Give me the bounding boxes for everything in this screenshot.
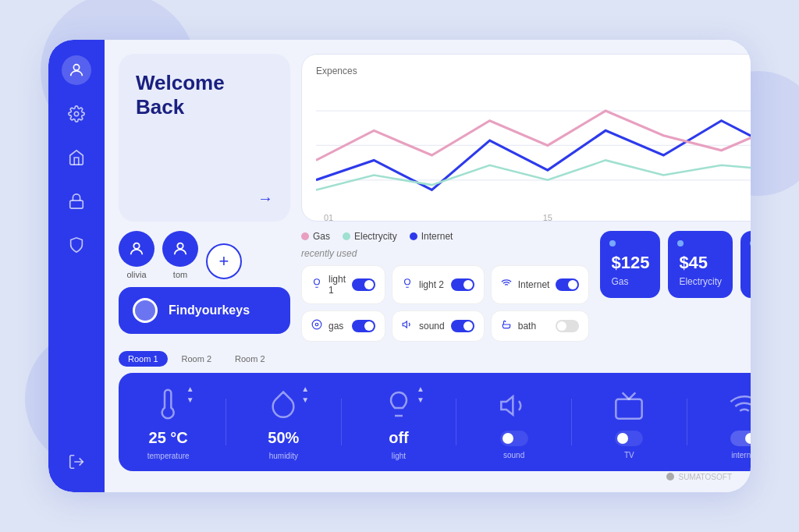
welcome-title: Welcome Back: [136, 71, 273, 119]
main-screen: Welcome Back → Expences: [48, 40, 751, 492]
svg-marker-12: [501, 396, 513, 414]
sidebar-icon-home[interactable]: [62, 143, 91, 172]
divider-5: [687, 399, 687, 445]
temperature-arrows[interactable]: ▲ ▼: [186, 384, 195, 404]
internet-icon-area: [724, 385, 751, 426]
toggle-light2[interactable]: [451, 278, 474, 291]
humidity-arrows[interactable]: ▲ ▼: [300, 384, 310, 404]
legend-row: Gas Electrycity Internet: [301, 231, 589, 242]
tv-icon-area: [609, 385, 649, 426]
toggle-tv-room[interactable]: [615, 431, 643, 446]
toggle-sound-room[interactable]: [500, 431, 528, 446]
svg-point-14: [666, 473, 674, 481]
toggle-internet[interactable]: [556, 278, 579, 291]
main-content: Welcome Back → Expences: [105, 40, 751, 492]
svg-point-10: [315, 323, 318, 326]
legend-internet: Internet: [410, 231, 453, 242]
stat-dot-gas: [609, 240, 616, 246]
add-user-button[interactable]: +: [206, 243, 242, 279]
divider-2: [341, 399, 342, 445]
avatar-tom: [162, 231, 198, 267]
toggle-sound[interactable]: [451, 320, 474, 332]
stat-card-gas: $125 Gas: [600, 231, 660, 298]
users-row: olivia tom +: [119, 231, 290, 279]
stats-row: $125 Gas $45 Electrycity $15: [600, 231, 751, 298]
stat-amount-gas: $125: [611, 253, 649, 273]
findkeys-card[interactable]: Findyourkeys: [119, 287, 290, 334]
toggle-internet-room[interactable]: [730, 431, 751, 446]
svg-rect-13: [616, 399, 642, 418]
device-light2-name: light 2: [419, 279, 445, 290]
humidity-value: 50%: [268, 429, 299, 447]
toggle-gas[interactable]: [352, 320, 375, 332]
top-section: Welcome Back → Expences: [119, 54, 751, 222]
chart-labels: 01 15 30: [316, 213, 751, 222]
temperature-down[interactable]: ▼: [186, 395, 195, 404]
temperature-icon-area: ▲ ▼: [148, 384, 189, 424]
middle-section: olivia tom +: [119, 231, 751, 342]
sidebar-icon-settings[interactable]: [62, 99, 91, 129]
divider-4: [571, 399, 572, 445]
device-light2: light 2: [392, 265, 485, 304]
device-sound-icon: [402, 319, 413, 333]
svg-marker-11: [403, 321, 407, 328]
sidebar-icon-user[interactable]: [62, 55, 91, 85]
stat-card-internet: $15 Internet: [740, 231, 751, 298]
tab-room2a[interactable]: Room 2: [172, 351, 222, 367]
stat-dot-electricity: [677, 240, 684, 246]
add-user[interactable]: +: [206, 243, 242, 279]
stat-dot-internet: [750, 240, 751, 246]
welcome-card: Welcome Back →: [119, 54, 290, 222]
sidebar-icon-lock[interactable]: [62, 186, 91, 216]
temperature-up[interactable]: ▲: [186, 384, 195, 393]
toggle-bath[interactable]: [556, 320, 579, 332]
findkeys-label: Findyourkeys: [169, 303, 250, 317]
sidebar-icon-logout[interactable]: [62, 447, 91, 477]
avatar-tom-name: tom: [173, 270, 187, 279]
device-light1: light 1: [301, 265, 385, 304]
light-arrows[interactable]: ▲ ▼: [416, 384, 425, 404]
devices-grid: light 1 light 2: [301, 265, 589, 342]
left-middle: olivia tom +: [119, 231, 290, 334]
temperature-value: 25 °C: [149, 429, 188, 447]
legend-label-gas: Gas: [313, 231, 330, 242]
stat-card-electricity: $45 Electrycity: [668, 231, 733, 298]
branding: SUMATOSOFT: [666, 472, 732, 481]
welcome-arrow[interactable]: →: [257, 190, 273, 207]
divider-1: [225, 399, 226, 445]
sidebar: [48, 40, 105, 492]
user-olivia[interactable]: olivia: [119, 231, 154, 279]
device-gas-icon: [311, 319, 322, 333]
svg-point-9: [312, 320, 321, 329]
device-sound-name: sound: [419, 321, 445, 332]
legend-electricity: Electrycity: [343, 231, 397, 242]
humidity-icon-area: ▲ ▼: [263, 384, 304, 424]
control-tv: TV: [598, 385, 660, 459]
control-light: ▲ ▼ off light: [368, 384, 430, 460]
humidity-up[interactable]: ▲: [300, 384, 310, 393]
device-gas: gas: [301, 310, 385, 342]
internet-label: internet: [731, 451, 751, 459]
avatar-olivia-name: olivia: [126, 270, 146, 279]
light-down[interactable]: ▼: [416, 395, 425, 404]
tab-room2b[interactable]: Room 2: [225, 351, 275, 367]
legend-gas: Gas: [301, 231, 330, 242]
humidity-down[interactable]: ▼: [300, 395, 310, 404]
device-light1-icon: [311, 278, 322, 292]
chart-label-15: 15: [543, 213, 552, 222]
sidebar-icon-shield[interactable]: [62, 230, 91, 260]
device-sound: sound: [392, 310, 485, 342]
svg-point-1: [74, 112, 79, 116]
recently-used-label: recently used: [301, 248, 589, 259]
user-tom[interactable]: tom: [162, 231, 198, 279]
tab-room1[interactable]: Room 1: [119, 351, 168, 367]
toggle-light1[interactable]: [352, 278, 375, 291]
legend-label-internet: Internet: [421, 231, 453, 242]
device-bath: bath: [491, 310, 590, 342]
stat-amount-electricity: $45: [679, 253, 708, 273]
findkeys-dot: [133, 298, 158, 323]
light-up[interactable]: ▲: [416, 384, 425, 393]
light-label: light: [392, 452, 406, 460]
svg-rect-2: [70, 200, 83, 208]
device-bath-name: bath: [518, 321, 550, 332]
